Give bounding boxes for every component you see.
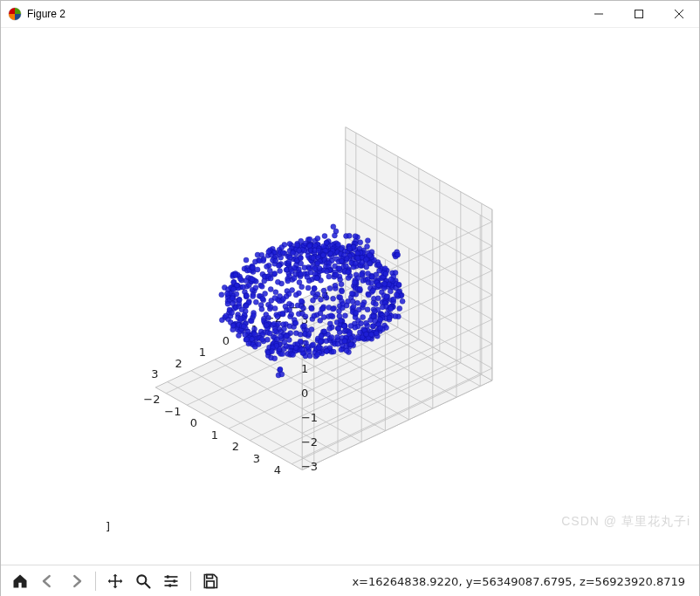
svg-point-1065 — [364, 320, 369, 325]
svg-point-477 — [241, 324, 246, 329]
back-button[interactable] — [36, 569, 60, 593]
svg-text:−1: −1 — [301, 411, 318, 424]
svg-point-666 — [376, 262, 381, 267]
maximize-button[interactable] — [619, 1, 659, 27]
svg-point-252 — [266, 315, 271, 320]
svg-point-589 — [365, 307, 370, 312]
svg-point-985 — [344, 303, 349, 308]
svg-point-862 — [293, 320, 299, 325]
svg-point-652 — [320, 253, 326, 258]
zoom-button[interactable] — [131, 569, 155, 593]
svg-point-137 — [219, 292, 224, 298]
svg-point-540 — [252, 332, 257, 337]
svg-point-1030 — [388, 306, 394, 312]
svg-point-872 — [314, 276, 319, 281]
svg-point-820 — [301, 305, 306, 311]
svg-point-814 — [306, 278, 312, 284]
svg-point-541 — [298, 256, 303, 261]
svg-point-238 — [280, 250, 285, 256]
svg-point-224 — [250, 265, 256, 271]
svg-point-152 — [273, 290, 278, 295]
svg-point-816 — [322, 292, 327, 298]
svg-point-878 — [355, 256, 360, 261]
zoom-icon — [134, 572, 152, 590]
svg-text:−1: −1 — [164, 405, 181, 418]
home-button[interactable] — [8, 569, 32, 593]
svg-point-992 — [324, 348, 329, 353]
svg-point-538 — [285, 278, 291, 284]
svg-point-338 — [237, 298, 242, 303]
svg-point-976 — [279, 372, 285, 377]
svg-point-1066 — [387, 315, 392, 320]
svg-point-921 — [315, 353, 320, 358]
svg-point-784 — [338, 277, 343, 282]
svg-point-978 — [370, 288, 375, 293]
svg-point-953 — [397, 306, 402, 312]
svg-point-817 — [281, 326, 286, 332]
plot-canvas[interactable]: −4−3−2−10123−2−101234−3−2−10123 ] CSDN @… — [1, 28, 699, 565]
toolbar-separator — [190, 572, 191, 591]
minimize-button[interactable] — [579, 1, 619, 27]
svg-point-931 — [304, 340, 309, 346]
svg-text:−3: −3 — [301, 460, 318, 473]
svg-rect-2 — [635, 10, 643, 18]
svg-point-1023 — [393, 313, 398, 319]
svg-point-274 — [255, 267, 260, 272]
svg-point-1051 — [335, 334, 340, 339]
svg-point-1032 — [348, 342, 353, 347]
svg-point-1069 — [357, 330, 362, 335]
axes-3d[interactable]: −4−3−2−10123−2−101234−3−2−10123 — [106, 80, 594, 517]
svg-rect-1087 — [167, 575, 169, 578]
close-button[interactable] — [659, 1, 699, 27]
forward-button[interactable] — [64, 569, 88, 593]
svg-point-933 — [376, 283, 381, 288]
svg-point-764 — [280, 352, 285, 357]
svg-text:−2: −2 — [143, 393, 160, 406]
svg-point-901 — [326, 274, 332, 279]
svg-point-138 — [250, 294, 256, 299]
svg-point-464 — [263, 291, 268, 296]
svg-point-196 — [287, 241, 292, 246]
svg-point-871 — [291, 353, 296, 358]
svg-point-596 — [297, 280, 302, 285]
svg-point-700 — [315, 261, 320, 266]
svg-point-943 — [318, 318, 323, 323]
svg-point-898 — [302, 323, 307, 328]
svg-point-1012 — [327, 326, 333, 332]
svg-point-733 — [299, 298, 304, 304]
svg-point-485 — [290, 250, 295, 256]
svg-point-276 — [219, 318, 224, 323]
svg-point-805 — [284, 333, 289, 339]
svg-point-1043 — [373, 301, 378, 306]
svg-point-378 — [259, 284, 264, 289]
svg-point-815 — [369, 274, 374, 279]
svg-point-657 — [328, 251, 333, 257]
svg-point-1005 — [384, 294, 389, 299]
svg-point-598 — [264, 337, 270, 342]
svg-point-1006 — [316, 346, 321, 351]
configure-subplots-button[interactable] — [159, 569, 183, 593]
svg-point-812 — [310, 298, 315, 303]
svg-point-845 — [270, 349, 275, 354]
svg-point-644 — [281, 297, 286, 302]
svg-point-958 — [366, 292, 371, 298]
svg-point-1068 — [355, 334, 360, 339]
svg-point-847 — [388, 277, 394, 282]
status-coordinates: x=16264838.9220, y=56349087.6795, z=5692… — [352, 575, 692, 588]
window-title: Figure 2 — [27, 8, 579, 20]
svg-point-738 — [280, 311, 285, 316]
save-button[interactable] — [198, 569, 223, 593]
svg-point-1031 — [319, 333, 324, 339]
svg-point-767 — [317, 266, 322, 271]
svg-point-965 — [360, 260, 365, 265]
svg-text:1: 1 — [199, 346, 206, 359]
svg-point-392 — [278, 269, 283, 274]
svg-point-397 — [239, 307, 244, 312]
svg-point-177 — [272, 295, 278, 300]
pan-button[interactable] — [103, 569, 127, 593]
svg-point-821 — [333, 283, 338, 288]
svg-point-1075 — [378, 317, 383, 322]
svg-text:2: 2 — [175, 357, 182, 370]
svg-point-925 — [298, 339, 303, 344]
svg-point-675 — [293, 292, 299, 298]
